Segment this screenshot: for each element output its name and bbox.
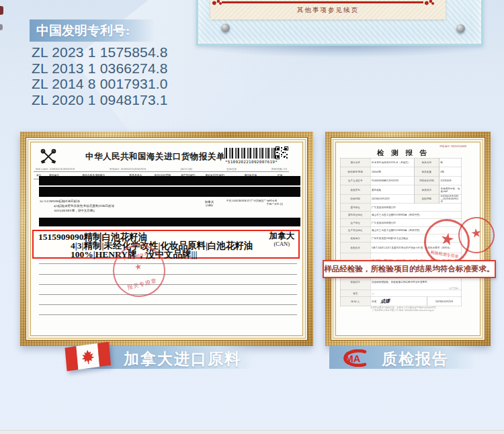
customs-meta-field: 预录入编号: 510920221092007619 — [36, 167, 75, 171]
conclusion-note: （以下空白） — [448, 287, 460, 290]
report-row: 生产企业证号91440300MA5CXXXXXX报告签发日期20230608 — [341, 177, 462, 186]
report-label: 生产单位 — [341, 219, 371, 226]
certificate-ornament-right — [423, 0, 434, 6]
report-value: 20230608 — [439, 177, 461, 185]
form-line — [39, 294, 297, 295]
report-value: 白池花籽油保湿精华乳液（见备注） — [371, 159, 415, 167]
item-origin: 加拿大 (CAN) — [198, 200, 221, 207]
report-value: — — [371, 290, 462, 296]
report-value: 无色透明液体、包装完好 — [439, 185, 461, 194]
patent-title-bar: 中国发明专利号: — [30, 19, 155, 42]
left-edge-decoration — [0, 24, 3, 30]
report-approver: 批准:成娜 — [371, 297, 428, 306]
certificate-ornament-left — [211, 0, 222, 6]
form-line — [39, 263, 297, 264]
patent-number: ZL 2020 1 0948173.1 — [32, 92, 168, 108]
patent-number-list: ZL 2023 1 1575854.8ZL 2013 1 0366274.8ZL… — [32, 44, 168, 107]
product-detail-section: 其他事项参见续页 中国发明专利号: ZL 2023 1 1575854.8ZL … — [0, 0, 504, 434]
report-label: 检验依据 — [341, 243, 371, 253]
report-value: 广东某某科技有限公司 — [371, 204, 462, 211]
canada-badge-label: 加拿大进口原料 — [124, 349, 241, 370]
item-line: 24 1515909090精制白池花籽油 — [40, 199, 80, 204]
report-value: 2023年03月24日—2023年06月01日 — [439, 195, 461, 204]
item-line: 4|3|精制|未经化学改性|化妆品原料|白池花籽油 — [54, 204, 114, 208]
form-line — [39, 304, 297, 305]
signature: 成娜 — [380, 300, 390, 303]
cma-badge-label: 质检报告 — [382, 349, 449, 370]
form-line — [39, 314, 297, 315]
svg-text:MA: MA — [345, 353, 360, 364]
highlighted-product-box: 1515909090精制白池花籽油 4|3|精制|未经化学改性|化妆品原料|白池… — [32, 230, 300, 259]
report-label: 项目名称 — [341, 159, 371, 167]
frame-screw-icon — [456, 24, 465, 33]
report-value: 2023年03月24日 — [371, 195, 415, 204]
report-value: 委托检验 — [371, 185, 415, 194]
report-label: 样品数量 — [414, 167, 439, 176]
certificate-note: 其他事项参见续页 — [210, 6, 446, 15]
patent-number: ZL 2014 8 0017931.0 — [32, 76, 168, 92]
report-value: 略 — [439, 159, 461, 167]
report-label: 生产单位地址 — [341, 227, 371, 234]
section-divider — [0, 430, 504, 434]
report-label: 生产企业证号 — [341, 177, 371, 185]
canada-flag-icon — [63, 342, 113, 374]
report-row: 检验类别委托检验样品状态无色透明液体、包装完好 — [341, 185, 462, 195]
inspection-report-frame: 报告编号: W(2023)0608 检 测 报 告 项目名称白池花籽油保湿精华乳… — [325, 132, 491, 346]
left-edge-decoration — [0, 6, 3, 15]
customs-declaration-frame: 中华人民共和国海关进口货物报关单 *510920221092007619* 预录… — [20, 132, 313, 346]
redacted-row — [39, 176, 300, 185]
report-value: 6瓶 — [439, 167, 461, 176]
report-label: 收样日期 — [341, 195, 371, 204]
report-row: 备注— — [341, 290, 462, 297]
report-label: 委托单位地址 — [341, 212, 371, 219]
barcode-number: *510920221092007619* — [216, 159, 286, 164]
report-label: 检验类别 — [341, 185, 371, 194]
certificate-rule-line — [222, 1, 423, 3]
frame-mat: 中华人民共和国海关进口货物报关单 *510920221092007619* 预录… — [26, 137, 308, 341]
form-line — [39, 274, 297, 275]
report-label: 样品名称 — [414, 159, 439, 167]
footer-note: 广东检测技术服务有限公司 电话: 400-000-0000 www.test.o… — [337, 309, 469, 312]
report-row: 收样日期2023年03月24日检验周期2023年03月24日—2023年06月0… — [341, 195, 462, 204]
customs-emblem-icon — [39, 147, 58, 166]
report-row: 项目名称白池花籽油保湿精华乳液（见备注）样品名称略 — [341, 159, 462, 168]
patent-number: ZL 2023 1 1575854.8 — [32, 44, 168, 60]
origin-country: 加拿大 (CAN) — [269, 232, 295, 247]
customs-meta-field: 征免性质 — [226, 167, 237, 171]
patent-title: 中国发明专利号: — [36, 22, 130, 40]
report-label: 报告签发日期 — [414, 177, 439, 185]
report-label: 样品状态 — [414, 185, 439, 194]
cma-logo-icon: MA — [336, 349, 375, 367]
report-value: 佛山市三水区工业园ROOM号5幢（测试中国） — [371, 212, 462, 219]
qr-code-icon — [276, 146, 288, 159]
report-label: 委托单位 — [341, 204, 371, 211]
customs-meta-field: 海关编号: 310920221092007619 — [110, 167, 146, 171]
customs-meta-field: (进口口岸) — [181, 167, 193, 171]
customs-item-row: 24 1515909090精制白池花籽油 4|3|精制|未经化学改性|化妆品原料… — [34, 198, 289, 218]
customs-meta-field: 页码/页数: 1/3 — [271, 167, 287, 171]
customs-meta-row: 预录入编号: 510920221092007619海关编号: 310920221… — [34, 167, 289, 172]
barcode — [224, 148, 281, 159]
report-label: 编 制 人 — [341, 297, 371, 306]
customs-declaration-document: 中华人民共和国海关进口货物报关单 *510920221092007619* 预录… — [30, 142, 303, 336]
redacted-row — [39, 187, 300, 197]
item-line: 100%|HENRY牌，没中文品牌||| — [54, 208, 95, 213]
report-label: 检验地点 — [341, 234, 371, 242]
report-row: 委托单位地址佛山市三水区工业园ROOM号5幢（测试中国） — [341, 212, 462, 220]
report-value: 100ml/瓶 — [371, 167, 415, 176]
report-label: 检验周期 — [414, 195, 439, 204]
report-approve-row: 编 制 人批准:成娜2023年06月25日 — [341, 297, 462, 307]
report-footer-notes: 本报告结果仅对来样负责，未经本公司书面批准不得部分复制本报告广东检测技术服务有限… — [337, 306, 469, 312]
patent-number: ZL 2013 1 0366274.8 — [32, 60, 168, 77]
approve-label: 批准: — [372, 300, 377, 302]
conclusion-callout: 样品经检验，所检验项目的结果均符合标准要求。 — [323, 260, 496, 278]
customs-doc-title: 中华人民共和国海关进口货物报关单 — [71, 151, 239, 163]
report-row: 委托单位广东某某科技有限公司 — [341, 204, 462, 212]
frame-screw-icon — [221, 24, 230, 32]
item-destination: 中国 44401B/44B.027广州实验区广·保税仓现 车要广州市 (1) — [226, 200, 283, 206]
report-title: 检 测 报 告 — [337, 148, 469, 157]
report-value: 91440300MA5CXXXXXX — [371, 177, 415, 185]
report-date: 2023年06月25日 — [427, 297, 461, 306]
report-label: 样品型号/规格 — [341, 167, 371, 176]
report-label: 备注 — [341, 290, 371, 296]
